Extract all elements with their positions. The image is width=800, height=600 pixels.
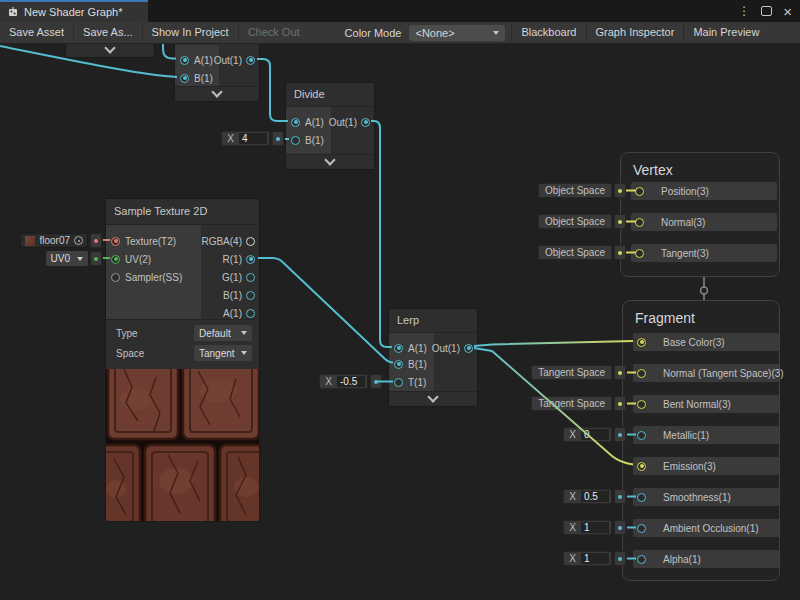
field-value[interactable]: -0.5 [337,376,365,387]
vertex-row-position[interactable]: Position(3) [631,182,777,200]
input-port-position[interactable] [635,187,644,196]
window-menu-icon[interactable]: ⋮ [738,5,750,17]
node-title[interactable]: Lerp [389,309,477,333]
save-asset-button[interactable]: Save Asset [0,22,74,44]
space-label-box[interactable]: Tangent Space [531,396,612,411]
input-port-b[interactable] [394,360,403,369]
object-picker-icon[interactable] [74,236,83,245]
field-connector [614,365,626,380]
color-mode-dropdown[interactable]: <None> [409,25,505,41]
node-title[interactable]: Sample Texture 2D [106,199,259,225]
save-as-button[interactable]: Save As... [74,22,143,44]
input-port-b[interactable] [180,74,189,83]
texture-name: floor07 [39,235,70,246]
field-x-label: X [320,376,337,387]
input-port-a[interactable] [180,56,189,65]
add-node[interactable]: A(1) Out(1) B(1) [174,44,260,102]
input-port-alpha[interactable] [637,555,646,564]
port-label: B(1) [408,359,427,370]
input-port-b[interactable] [291,136,300,145]
fragment-row-bent-normal[interactable]: Bent Normal(3) [633,395,779,413]
input-port-uv[interactable] [111,255,120,264]
input-port-smoothness[interactable] [637,493,646,502]
port-label: G(1) [222,272,242,283]
space-label-box[interactable]: Tangent Space [531,365,612,380]
input-port-normal-ts[interactable] [637,369,646,378]
value-field[interactable]: X 4 [221,131,270,146]
port-label: A(1) [408,343,427,354]
value-field[interactable]: X -0.5 [319,374,368,389]
fragment-row-smoothness[interactable]: Smoothness(1) [633,488,779,506]
vertex-context-block[interactable]: Vertex Position(3) Normal(3) Tangent(3) [620,152,780,277]
blackboard-toggle-button[interactable]: Blackboard [511,22,585,44]
input-port-a[interactable] [291,118,300,127]
space-label-box[interactable]: Object Space [538,245,612,260]
input-port-metallic[interactable] [637,431,646,440]
main-preview-toggle-button[interactable]: Main Preview [683,22,768,44]
input-port-ambient-occlusion[interactable] [637,524,646,533]
input-port-bent-normal[interactable] [637,400,646,409]
input-port-tangent[interactable] [635,249,644,258]
output-port-g[interactable] [246,273,255,282]
node-collapse-footer[interactable] [286,154,374,169]
port-label: Out(1) [329,117,357,128]
fragment-row-base-color[interactable]: Base Color(3) [633,333,779,351]
output-port-b[interactable] [246,291,255,300]
output-port[interactable] [246,56,255,65]
space-label-box[interactable]: Object Space [538,183,612,198]
input-port-t[interactable] [394,378,403,387]
lerp-node[interactable]: Lerp A(1) Out(1) B(1) T(1) [388,308,478,407]
value-field[interactable]: X 0.5 [563,489,612,504]
tab-new-shader-graph[interactable]: New Shader Graph* [0,0,148,22]
field-connector [370,374,382,389]
field-connector [614,245,626,260]
metallic-default-field: X 0 [563,427,626,442]
vertex-row-tangent[interactable]: Tangent(3) [631,244,777,262]
output-port[interactable] [464,344,473,353]
input-port-sampler[interactable] [111,273,120,282]
fragment-row-alpha[interactable]: Alpha(1) [633,550,779,568]
vertex-row-normal[interactable]: Normal(3) [631,213,777,231]
port-label: A(1) [194,55,213,66]
space-label-box[interactable]: Object Space [538,214,612,229]
port-label: Bent Normal(3) [663,399,731,410]
sample-texture-2d-node[interactable]: Sample Texture 2D Texture(T2) RGBA(4) UV… [105,198,260,522]
value-field[interactable]: X 1 [563,520,612,535]
node-collapse-footer[interactable] [389,391,477,406]
input-port-base-color[interactable] [637,338,646,347]
field-value[interactable]: 4 [239,133,267,144]
fragment-row-metallic[interactable]: Metallic(1) [633,426,779,444]
value-field[interactable]: X 1 [563,551,612,566]
input-port-a[interactable] [394,344,403,353]
fragment-row-emission[interactable]: Emission(3) [633,457,779,475]
chevron-down-icon [324,154,335,165]
output-port-r[interactable] [246,255,255,264]
fragment-row-normal[interactable]: Normal (Tangent Space)(3) [633,364,779,382]
space-dropdown[interactable]: Tangent [194,345,252,361]
maximize-icon[interactable] [761,6,772,16]
chevron-down-icon [211,86,222,97]
output-port-rgba[interactable] [246,237,255,246]
offscreen-node-partial[interactable] [65,44,155,58]
output-port[interactable] [361,118,370,127]
output-port-a[interactable] [246,309,255,318]
fragment-row-ambient-occlusion[interactable]: Ambient Occlusion(1) [633,519,779,537]
port-label: A(1) [223,308,242,319]
graph-inspector-toggle-button[interactable]: Graph Inspector [586,22,684,44]
input-port-texture[interactable] [111,237,120,246]
fragment-context-block[interactable]: Fragment Base Color(3) Normal (Tangent S… [622,300,780,581]
node-collapse-footer[interactable] [175,86,259,101]
value-field[interactable]: X 0 [563,427,612,442]
input-port-emission[interactable] [637,462,646,471]
divide-node[interactable]: Divide A(1) Out(1) B(1) [285,82,375,170]
texture-preview [106,369,260,522]
input-port-normal[interactable] [635,218,644,227]
uv-channel-dropdown[interactable]: UV0 [46,251,88,266]
texture-object-field[interactable]: floor07 [20,233,88,248]
node-collapse-footer[interactable] [66,44,154,57]
show-in-project-button[interactable]: Show In Project [143,22,239,44]
type-dropdown[interactable]: Default [194,325,252,341]
close-icon[interactable]: × [783,4,792,19]
node-title[interactable]: Divide [286,83,374,107]
graph-canvas[interactable]: A(1) Out(1) B(1) Divide A(1) Out(1) B [0,44,800,600]
